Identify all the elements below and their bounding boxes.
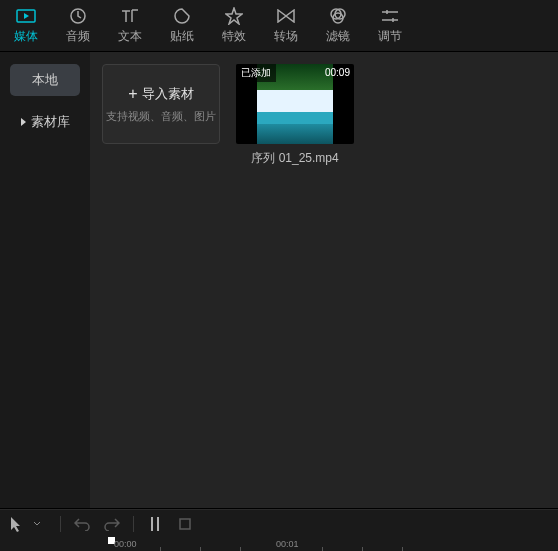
tool-dropdown[interactable] <box>30 513 44 535</box>
tab-sticker[interactable]: 贴纸 <box>156 0 208 51</box>
sidebar: 本地 素材库 <box>0 52 90 508</box>
tab-filter[interactable]: 滤镜 <box>312 0 364 51</box>
tab-adjust[interactable]: 调节 <box>364 0 416 51</box>
tab-audio-label: 音频 <box>66 28 90 45</box>
divider <box>133 516 134 532</box>
crop-tool[interactable] <box>172 513 198 535</box>
divider <box>60 516 61 532</box>
tab-audio[interactable]: 音频 <box>52 0 104 51</box>
added-badge: 已添加 <box>236 64 276 82</box>
tab-transition[interactable]: 转场 <box>260 0 312 51</box>
svg-rect-5 <box>180 519 190 529</box>
effect-icon <box>224 6 244 26</box>
import-media-button[interactable]: + 导入素材 支持视频、音频、图片 <box>102 64 220 144</box>
time-ruler[interactable]: 00:00 00:01 <box>100 537 558 551</box>
tab-filter-label: 滤镜 <box>326 28 350 45</box>
text-icon <box>120 6 140 26</box>
time-label: 00:01 <box>276 539 299 549</box>
tab-transition-label: 转场 <box>274 28 298 45</box>
tab-sticker-label: 贴纸 <box>170 28 194 45</box>
transition-icon <box>276 6 296 26</box>
import-subtitle: 支持视频、音频、图片 <box>106 109 216 124</box>
import-title: 导入素材 <box>142 85 194 103</box>
adjust-icon <box>380 6 400 26</box>
timeline-toolbar <box>0 509 558 537</box>
tab-media[interactable]: 媒体 <box>0 0 52 51</box>
sidebar-item-label: 素材库 <box>31 113 70 131</box>
sidebar-item-library[interactable]: 素材库 <box>10 106 80 138</box>
media-clip[interactable]: 已添加 00:09 序列 01_25.mp4 <box>236 64 354 167</box>
undo-button[interactable] <box>69 513 95 535</box>
redo-button[interactable] <box>99 513 125 535</box>
pointer-tool[interactable] <box>6 513 26 535</box>
clip-duration: 00:09 <box>325 67 350 78</box>
sidebar-item-label: 本地 <box>32 71 58 89</box>
chevron-right-icon <box>21 118 26 126</box>
top-tab-bar: 媒体 音频 文本 贴纸 特效 转场 滤镜 调节 <box>0 0 558 52</box>
split-tool[interactable] <box>142 513 168 535</box>
time-label: 00:00 <box>114 539 137 549</box>
tab-effect[interactable]: 特效 <box>208 0 260 51</box>
sidebar-item-local[interactable]: 本地 <box>10 64 80 96</box>
tab-media-label: 媒体 <box>14 28 38 45</box>
plus-icon: + <box>128 86 137 102</box>
tab-text[interactable]: 文本 <box>104 0 156 51</box>
tab-adjust-label: 调节 <box>378 28 402 45</box>
media-panel: + 导入素材 支持视频、音频、图片 已添加 00:09 序列 01_25.mp4 <box>90 52 558 508</box>
timeline: 00:00 00:01 <box>0 508 558 551</box>
media-icon <box>16 6 36 26</box>
clip-filename: 序列 01_25.mp4 <box>251 150 338 167</box>
tab-text-label: 文本 <box>118 28 142 45</box>
filter-icon <box>328 6 348 26</box>
sticker-icon <box>172 6 192 26</box>
tab-effect-label: 特效 <box>222 28 246 45</box>
audio-icon <box>68 6 88 26</box>
clip-thumbnail: 已添加 00:09 <box>236 64 354 144</box>
